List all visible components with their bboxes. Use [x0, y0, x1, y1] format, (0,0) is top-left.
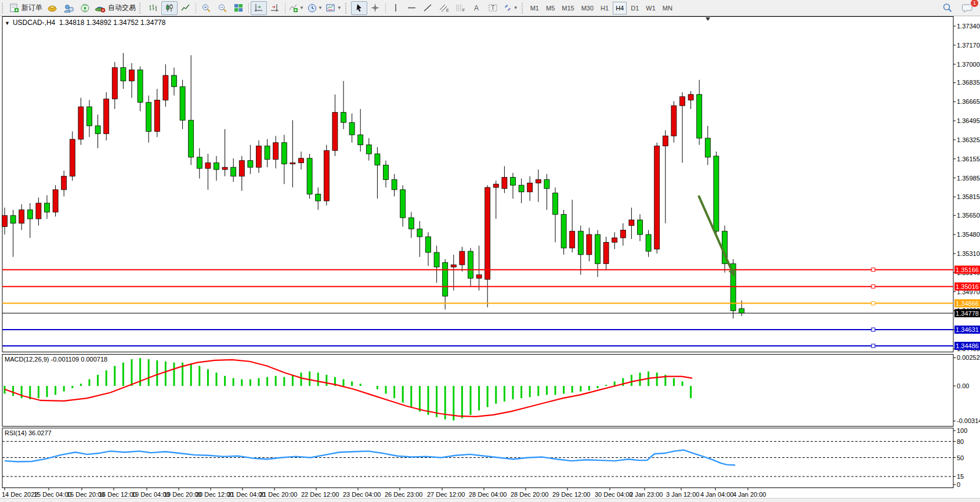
candle-body	[299, 158, 304, 163]
autotrade-button[interactable]: 自动交易	[93, 1, 138, 15]
candle-body	[265, 146, 270, 160]
gold-icon	[47, 3, 57, 12]
tile-windows-button[interactable]	[230, 1, 247, 15]
macd-axis-label: -0.003149	[957, 417, 980, 424]
rsi-indicator-label: RSI(14) 36.0277	[5, 429, 52, 436]
hline-handle[interactable]	[871, 344, 875, 348]
arrows-icon	[503, 3, 512, 12]
search-button[interactable]	[939, 1, 956, 15]
community-button[interactable]	[60, 1, 77, 15]
candle-body	[189, 120, 194, 157]
timeframe-button-w1[interactable]: W1	[643, 2, 659, 15]
hline-price-chip-label: 1.34486	[956, 342, 979, 349]
candle-body	[680, 97, 685, 106]
channel-button[interactable]: E	[436, 1, 453, 15]
candle-body	[62, 176, 67, 190]
time-axis-label: 29 Dec 12:00	[552, 491, 590, 498]
timeframe-button-h1[interactable]: H1	[598, 2, 612, 15]
timeframe-button-m30[interactable]: M30	[578, 2, 596, 15]
autoscroll-button[interactable]	[251, 1, 267, 15]
gold-button[interactable]	[44, 1, 60, 15]
price-chart-canvas[interactable]: 1.373401.371701.370001.368351.366651.364…	[0, 16, 980, 498]
rsi-axis-label: 0	[957, 481, 960, 488]
candle-body	[451, 265, 456, 267]
timeframe-button-m5[interactable]: M5	[543, 2, 558, 15]
crosshair-button[interactable]	[367, 1, 384, 15]
period-button[interactable]: ▼	[306, 1, 324, 15]
svg-text:A: A	[474, 4, 479, 12]
candle-body	[231, 167, 236, 176]
bar-chart-button[interactable]	[145, 1, 161, 15]
horizontal-line-button[interactable]	[404, 1, 420, 15]
candle-body	[10, 215, 16, 223]
price-axis-tick-label: 1.37340	[957, 23, 980, 30]
rsi-axis-label: 15	[957, 473, 964, 480]
toolbar-grip[interactable]	[345, 3, 349, 13]
candle-body	[511, 178, 516, 186]
notifications-button[interactable]: 1	[959, 1, 975, 15]
timeframe-button-h4[interactable]: H4	[613, 2, 627, 15]
signal-button[interactable]	[77, 1, 93, 15]
mt4-terminal: 新订单	[0, 0, 980, 502]
price-axis-tick-label: 1.35480	[957, 231, 980, 238]
new-order-icon	[9, 3, 19, 13]
hline-handle[interactable]	[871, 328, 875, 331]
macd-axis-label: 0.002527	[957, 354, 980, 361]
candle-body	[485, 187, 490, 279]
candle-body	[349, 122, 355, 135]
candle-chart-button[interactable]	[161, 1, 178, 15]
chart-title-symbol: USDCAD-,H4	[13, 19, 55, 27]
zoom-out-button[interactable]	[214, 1, 230, 15]
candle-body	[78, 107, 84, 139]
collapse-triangle-icon[interactable]: ▼	[5, 20, 10, 26]
timeframe-button-m1[interactable]: M1	[527, 2, 542, 15]
line-chart-button[interactable]	[178, 1, 194, 15]
channel-icon: E	[439, 3, 449, 12]
price-axis-tick-label: 1.37000	[957, 61, 980, 68]
candle-body	[172, 75, 177, 86]
dropdown-arrow-icon: ▼	[299, 5, 304, 10]
notification-badge: 1	[970, 0, 979, 8]
indicators-button[interactable]: ▼	[287, 1, 306, 15]
candle-body	[553, 193, 558, 215]
candle-body	[366, 145, 371, 154]
candle-body	[400, 190, 406, 218]
price-axis-tick-label: 1.35815	[957, 193, 980, 200]
hline-handle[interactable]	[871, 302, 875, 305]
cursor-icon	[355, 3, 363, 12]
new-order-button[interactable]: 新订单	[8, 1, 44, 15]
chart-shift-button[interactable]	[267, 1, 283, 15]
templates-button[interactable]: ▼	[324, 1, 343, 15]
candle-body	[426, 237, 431, 252]
text-label-button[interactable]: T	[485, 1, 501, 15]
toolbar-grip[interactable]	[522, 3, 526, 13]
vertical-line-button[interactable]	[388, 1, 404, 15]
candle-body	[603, 243, 609, 264]
candle-body	[646, 234, 651, 251]
trendline-button[interactable]	[420, 1, 436, 15]
fibonacci-button[interactable]: F	[453, 1, 469, 15]
hline-handle[interactable]	[871, 285, 875, 288]
candle-body	[408, 218, 414, 229]
vertical-line-icon	[392, 3, 399, 12]
toolbar-grip[interactable]	[2, 3, 6, 13]
text-button[interactable]: A	[469, 1, 485, 15]
chart-window: ▼USDCAD-,H4 1.34818 1.34892 1.34752 1.34…	[0, 16, 980, 498]
zoom-out-icon	[218, 3, 227, 13]
arrows-button[interactable]: ▼	[501, 1, 520, 15]
candle-body	[476, 275, 482, 279]
hline-price-chip-label: 1.35016	[956, 283, 979, 290]
toolbar-grip[interactable]	[139, 3, 143, 13]
timeframe-button-m15[interactable]: M15	[559, 2, 577, 15]
candle-body	[45, 203, 50, 212]
cursor-button[interactable]	[351, 1, 367, 15]
hline-handle[interactable]	[871, 268, 875, 272]
timeframe-button-mn[interactable]: MN	[660, 2, 675, 15]
candle-body	[578, 231, 583, 255]
candle-body	[493, 184, 498, 187]
bar-chart-icon	[149, 3, 158, 12]
timeframe-button-d1[interactable]: D1	[628, 2, 642, 15]
zoom-in-button[interactable]	[198, 1, 214, 15]
candle-body	[561, 214, 566, 248]
time-axis-label: 22 Dec 12:00	[301, 491, 339, 498]
